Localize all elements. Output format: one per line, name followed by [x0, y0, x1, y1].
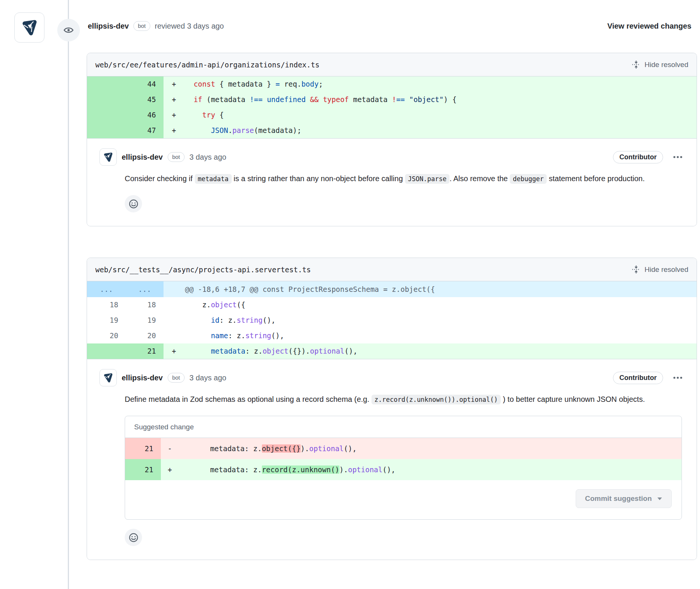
- old-line-number: [87, 343, 126, 359]
- comment-author-link[interactable]: ellipsis-dev: [122, 374, 163, 382]
- suggested-change-label: Suggested change: [125, 416, 682, 438]
- new-line-number: 21: [125, 459, 161, 480]
- suggestion-footer: Commit suggestion: [125, 480, 682, 519]
- timeline-line: [68, 0, 69, 589]
- inline-code: metadata: [195, 174, 232, 184]
- diff-line-add: 47+ JSON.parse(metadata);: [87, 123, 697, 138]
- new-line-number: 18: [126, 297, 164, 313]
- inline-code: JSON.parse: [405, 174, 449, 184]
- new-line-number: 21: [125, 438, 161, 459]
- comment-body: Consider checking if metadata is a strin…: [125, 172, 682, 186]
- old-line-number: [87, 92, 126, 107]
- code-line: - metadata: z.object({}).optional(),: [161, 438, 682, 459]
- bot-badge: bot: [168, 152, 185, 162]
- emoji-reaction-button[interactable]: [125, 195, 142, 212]
- hide-resolved-label: Hide resolved: [645, 266, 688, 274]
- kebab-icon: [673, 156, 683, 159]
- old-line-number: 19: [87, 313, 126, 328]
- review-thread-card: web/src/__tests__/async/projects-api.ser…: [87, 258, 697, 560]
- code-line: z.object({: [164, 297, 697, 313]
- contributor-badge: Contributor: [613, 151, 663, 163]
- new-line-number: 20: [126, 328, 164, 343]
- pull-request-review-timeline: ellipsis-dev bot reviewed 3 days ago Vie…: [0, 0, 700, 589]
- new-line-number: 46: [126, 107, 164, 123]
- diff-table: ......@@ -18,6 +18,7 @@ const ProjectRes…: [87, 281, 697, 359]
- reviewer-name-link[interactable]: ellipsis-dev: [88, 22, 129, 31]
- inline-code: debugger: [510, 174, 547, 184]
- code-line: + if (metadata !== undefined && typeof m…: [164, 92, 697, 107]
- diff-line-add: 21+ metadata: z.record(z.unknown()).opti…: [125, 459, 682, 480]
- review-thread-card: web/src/ee/features/admin-api/organizati…: [87, 53, 697, 226]
- smiley-icon: [128, 199, 139, 209]
- old-line-number: ...: [87, 281, 126, 297]
- view-reviewed-changes-link[interactable]: View reviewed changes: [607, 22, 691, 31]
- ellipsis-logo-icon: [19, 17, 40, 38]
- reviewer-avatar[interactable]: [14, 12, 44, 43]
- bot-badge: bot: [168, 373, 185, 383]
- code-line: @@ -18,6 +18,7 @@ const ProjectResponseS…: [164, 281, 697, 297]
- code-line: + metadata: z.object({}).optional(),: [164, 343, 697, 359]
- comment-timestamp-link[interactable]: 3 days ago: [190, 374, 226, 382]
- diff-line-context: 2020 name: z.string(),: [87, 328, 697, 343]
- diff-line-add: 21+ metadata: z.object({}).optional(),: [87, 343, 697, 359]
- diff-line-del: 21- metadata: z.object({}).optional(),: [125, 438, 682, 459]
- diff-line-context: 1818 z.object({: [87, 297, 697, 313]
- ellipsis-logo-icon: [102, 151, 114, 163]
- eye-icon: [63, 25, 74, 35]
- comment-header: ellipsis-dev bot 3 days ago Contributor: [99, 369, 684, 386]
- emoji-reaction-button[interactable]: [125, 529, 142, 546]
- old-line-number: 18: [87, 297, 126, 313]
- new-line-number: 21: [126, 343, 164, 359]
- hide-resolved-button[interactable]: Hide resolved: [632, 265, 688, 274]
- code-line: + const { metadata } = req.body;: [164, 76, 697, 92]
- thread-file-header: web/src/__tests__/async/projects-api.ser…: [87, 258, 697, 281]
- code-line: + try {: [164, 107, 697, 123]
- kebab-icon: [673, 376, 683, 379]
- bot-badge: bot: [133, 21, 150, 31]
- code-line: id: z.string(),: [164, 313, 697, 328]
- hide-resolved-button[interactable]: Hide resolved: [632, 60, 688, 69]
- review-comment: ellipsis-dev bot 3 days ago Contributor …: [87, 359, 697, 560]
- inline-code: z.record(z.unknown()).optional(): [371, 395, 501, 404]
- comment-body: Define metadata in Zod schemas as option…: [125, 392, 682, 407]
- comment-options-button[interactable]: [671, 375, 684, 381]
- review-comment: ellipsis-dev bot 3 days ago Contributor …: [87, 139, 697, 226]
- hide-resolved-label: Hide resolved: [645, 61, 688, 69]
- old-line-number: [87, 123, 126, 138]
- diff-line-add: 45+ if (metadata !== undefined && typeof…: [87, 92, 697, 107]
- suggested-change-panel: Suggested change 21- metadata: z.object(…: [125, 416, 682, 520]
- commit-suggestion-button[interactable]: Commit suggestion: [576, 489, 672, 508]
- old-line-number: 20: [87, 328, 126, 343]
- diff-line-add: 46+ try {: [87, 107, 697, 123]
- new-line-number: 19: [126, 313, 164, 328]
- file-path-link[interactable]: web/src/ee/features/admin-api/organizati…: [95, 61, 319, 69]
- smiley-icon: [128, 533, 139, 543]
- fold-icon: [632, 60, 640, 69]
- fold-icon: [632, 265, 640, 274]
- review-action-text: reviewed 3 days ago: [155, 22, 224, 31]
- review-event-badge: [57, 19, 80, 41]
- comment-options-button[interactable]: [671, 154, 684, 160]
- commit-suggestion-label: Commit suggestion: [585, 494, 652, 503]
- ellipsis-logo-icon: [102, 372, 114, 384]
- new-line-number: 47: [126, 123, 164, 138]
- contributor-badge: Contributor: [613, 372, 663, 384]
- new-line-number: ...: [126, 281, 164, 297]
- review-header: ellipsis-dev bot reviewed 3 days ago Vie…: [88, 21, 691, 31]
- suggestion-diff-table: 21- metadata: z.object({}).optional(),21…: [125, 438, 682, 480]
- old-line-number: [87, 76, 126, 92]
- code-line: + metadata: z.record(z.unknown()).option…: [161, 459, 682, 480]
- thread-file-header: web/src/ee/features/admin-api/organizati…: [87, 53, 697, 76]
- comment-author-link[interactable]: ellipsis-dev: [122, 153, 163, 162]
- diff-table: 44+ const { metadata } = req.body;45+ if…: [87, 76, 697, 139]
- diff-line-add: 44+ const { metadata } = req.body;: [87, 76, 697, 92]
- caret-down-icon: [657, 497, 662, 500]
- code-line: + JSON.parse(metadata);: [164, 123, 697, 138]
- new-line-number: 44: [126, 76, 164, 92]
- diff-line-hunk: ......@@ -18,6 +18,7 @@ const ProjectRes…: [87, 281, 697, 297]
- comment-timestamp-link[interactable]: 3 days ago: [190, 153, 226, 162]
- file-path-link[interactable]: web/src/__tests__/async/projects-api.ser…: [95, 266, 311, 274]
- comment-avatar[interactable]: [99, 148, 117, 166]
- old-line-number: [87, 107, 126, 123]
- comment-avatar[interactable]: [99, 369, 117, 386]
